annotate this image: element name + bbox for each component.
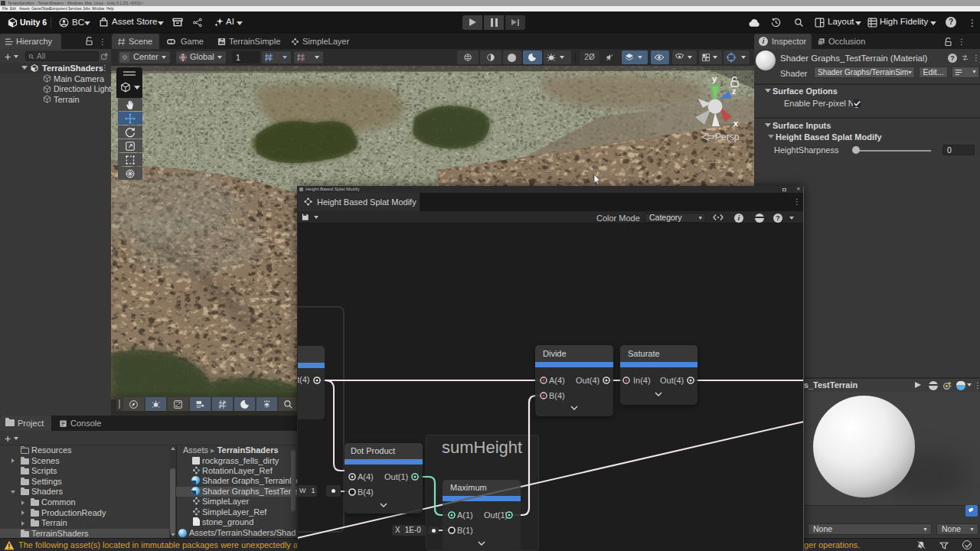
- svg-text:z: z: [732, 86, 737, 96]
- svg-text:x: x: [733, 119, 739, 128]
- svg-text:Persp: Persp: [715, 132, 740, 142]
- svg-text:y: y: [712, 74, 717, 83]
